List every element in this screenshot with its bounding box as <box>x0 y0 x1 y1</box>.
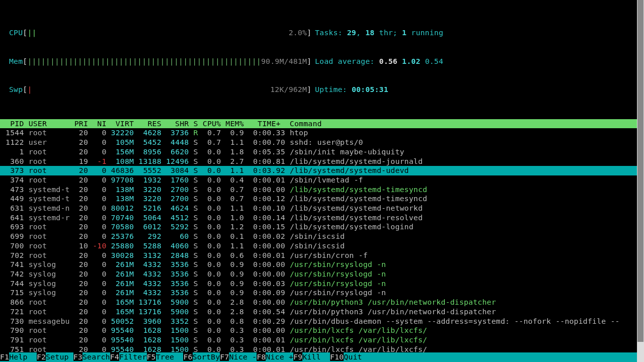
meters: CPU[|| 2.0%] Mem[|||||||||||||||||||||||… <box>9 10 306 113</box>
tasks-line: Tasks: 29, 18 thr; 1 running <box>315 28 443 38</box>
scrollbar[interactable] <box>637 0 644 362</box>
process-row[interactable]: 741 syslog 20 0 261M 4332 3536 S 0.0 0.9… <box>0 260 644 269</box>
process-row[interactable]: 790 root 20 0 95540 1628 1500 S 0.0 0.3 … <box>0 326 644 335</box>
process-row[interactable]: 1 root 20 0 156M 8956 6620 S 0.0 1.8 0:0… <box>0 147 644 157</box>
process-row[interactable]: 721 root 20 0 165M 13716 5900 S 0.0 2.8 … <box>0 307 644 317</box>
scrollbar-thumb[interactable] <box>637 0 643 342</box>
function-bar[interactable]: F1Help F2Setup F3SearchF4FilterF5Tree F6… <box>0 352 637 362</box>
uptime-line: Uptime: 00:05:31 <box>315 85 443 95</box>
process-row[interactable]: 449 systemd-t 20 0 138M 3220 2700 S 0.0 … <box>0 194 644 204</box>
process-row[interactable]: 742 syslog 20 0 261M 4332 3536 S 0.0 0.9… <box>0 269 644 279</box>
process-row[interactable]: 473 systemd-t 20 0 138M 3220 2700 S 0.0 … <box>0 185 644 195</box>
process-list[interactable]: 1544 root 20 0 32220 4628 3736 R 0.7 0.9… <box>0 128 644 362</box>
cpu-meter: CPU[|| 2.0%] <box>9 28 306 38</box>
process-row[interactable]: 631 systemd-n 20 0 80012 5216 4624 S 0.0… <box>0 204 644 213</box>
process-columns-header[interactable]: PID USER PRI NI VIRT RES SHR S CPU% MEM%… <box>0 119 644 129</box>
process-row[interactable]: 791 root 20 0 95540 1628 1500 S 0.0 0.3 … <box>0 335 644 345</box>
header: CPU[|| 2.0%] Mem[|||||||||||||||||||||||… <box>0 0 644 113</box>
process-row[interactable]: 715 syslog 20 0 261M 4332 3536 S 0.0 0.9… <box>0 288 644 298</box>
mem-meter: Mem[||||||||||||||||||||||||||||||||||||… <box>9 57 306 66</box>
process-row[interactable]: 641 systemd-r 20 0 70740 5064 4512 S 0.0… <box>0 213 644 223</box>
process-row[interactable]: 1544 root 20 0 32220 4628 3736 R 0.7 0.9… <box>0 128 644 138</box>
swp-meter: Swp[| 12K/962M] <box>9 85 306 95</box>
process-row[interactable]: 360 root 19 -1 108M 13188 12496 S 0.0 2.… <box>0 157 644 166</box>
process-row[interactable]: 1122 user 20 0 105M 5452 4448 S 0.7 1.1 … <box>0 138 644 147</box>
process-row[interactable]: 744 syslog 20 0 261M 4332 3536 S 0.0 0.9… <box>0 279 644 289</box>
process-row[interactable]: 700 root 10 -10 25880 5288 4060 S 0.0 1.… <box>0 241 644 251</box>
process-row[interactable]: 374 root 20 0 97708 1932 1760 S 0.0 0.4 … <box>0 175 644 185</box>
process-row[interactable]: 699 root 20 0 25376 292 60 S 0.0 0.1 0:0… <box>0 232 644 241</box>
process-row[interactable]: 693 root 20 0 70580 6012 5292 S 0.0 1.2 … <box>0 222 644 232</box>
stats: Tasks: 29, 18 thr; 1 running Load averag… <box>306 10 443 113</box>
process-row[interactable]: 730 messagebu 20 0 50052 3960 3352 S 0.0… <box>0 317 644 326</box>
process-row[interactable]: 702 root 20 0 30028 3132 2848 S 0.0 0.6 … <box>0 251 644 260</box>
load-line: Load average: 0.56 1.02 0.54 <box>315 57 443 66</box>
process-row[interactable]: 373 root 20 0 46836 5552 3084 S 0.0 1.1 … <box>0 166 644 175</box>
process-row[interactable]: 866 root 20 0 165M 13716 5900 S 0.0 2.8 … <box>0 298 644 307</box>
